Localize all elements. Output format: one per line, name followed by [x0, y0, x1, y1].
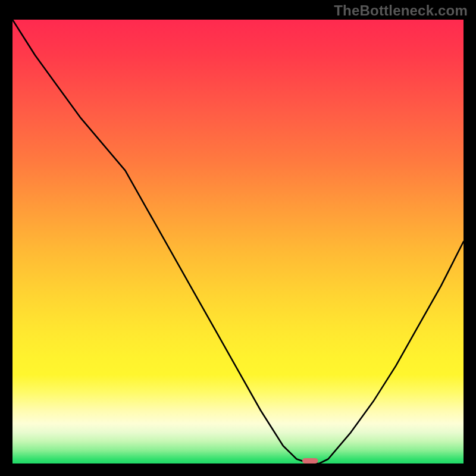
chart-container: TheBottleneck.com: [0, 0, 476, 476]
plot-area: [12, 20, 464, 464]
curve-svg: [12, 20, 464, 464]
watermark-text: TheBottleneck.com: [334, 2, 468, 19]
bottleneck-curve: [12, 20, 464, 464]
optimal-marker: [302, 458, 318, 464]
